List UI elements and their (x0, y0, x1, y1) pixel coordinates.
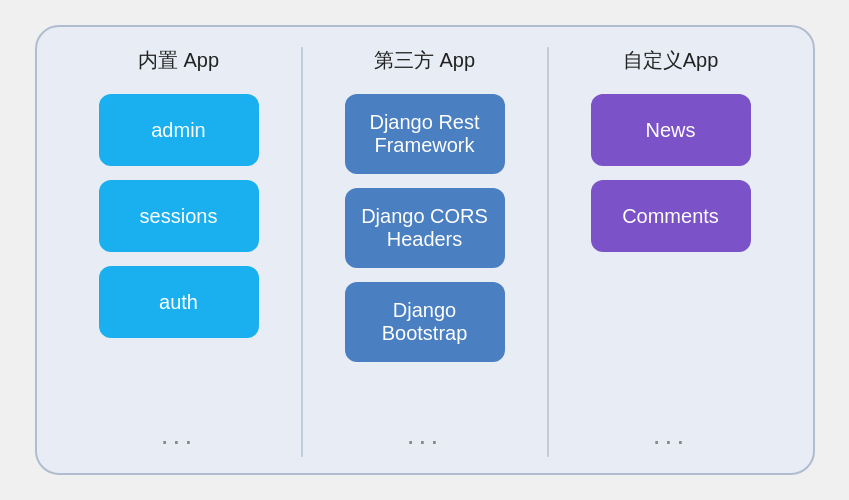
column-builtin: 内置 App admin sessions auth ··· (67, 47, 291, 457)
column-thirdparty-header: 第三方 App (374, 47, 475, 74)
divider-2 (547, 47, 549, 457)
card-sessions: sessions (99, 180, 259, 252)
thirdparty-cards: Django Rest Framework Django CORS Header… (345, 94, 505, 417)
column-custom-header: 自定义App (623, 47, 719, 74)
divider-1 (301, 47, 303, 457)
column-custom: 自定义App News Comments ··· (559, 47, 783, 457)
builtin-ellipsis: ··· (161, 425, 196, 457)
card-bootstrap: Django Bootstrap (345, 282, 505, 362)
custom-ellipsis: ··· (653, 425, 688, 457)
thirdparty-ellipsis: ··· (407, 425, 442, 457)
custom-cards: News Comments (591, 94, 751, 417)
column-builtin-header: 内置 App (138, 47, 219, 74)
card-news: News (591, 94, 751, 166)
card-drf: Django Rest Framework (345, 94, 505, 174)
columns-layout: 内置 App admin sessions auth ··· 第三方 App D… (67, 47, 783, 457)
card-auth: auth (99, 266, 259, 338)
diagram-container: 内置 App admin sessions auth ··· 第三方 App D… (35, 25, 815, 475)
column-thirdparty: 第三方 App Django Rest Framework Django COR… (313, 47, 537, 457)
builtin-cards: admin sessions auth (99, 94, 259, 417)
card-comments: Comments (591, 180, 751, 252)
card-admin: admin (99, 94, 259, 166)
card-cors: Django CORS Headers (345, 188, 505, 268)
